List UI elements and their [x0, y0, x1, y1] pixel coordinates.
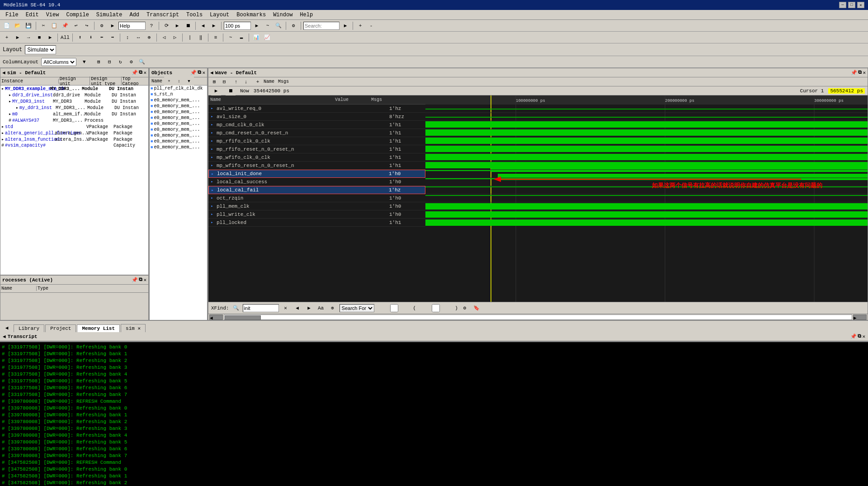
sim-tree-item-6[interactable]: ▸ std VPackage Package: [0, 124, 148, 130]
proc-pin-btn[interactable]: 📌: [132, 277, 138, 283]
menu-help[interactable]: Help: [296, 11, 316, 19]
wave-scroll-left-btn[interactable]: ◀: [209, 314, 223, 320]
obj-item-0[interactable]: ■ pll_ref_clk_clk_dk: [150, 86, 207, 91]
sim-tree-item-3[interactable]: ▸ my_ddr3_inst MY_DDR3_... Module DU Ins…: [0, 105, 148, 111]
waveform-display[interactable]: 100000000 ps 200000000 ps 300000000 ps: [425, 95, 868, 302]
find-checkbox1[interactable]: [376, 304, 412, 312]
wave-run-btn[interactable]: ▶: [211, 86, 221, 95]
obj-close-btn[interactable]: ✕: [202, 70, 205, 76]
menu-window[interactable]: Window: [269, 11, 296, 19]
new-btn[interactable]: 📄: [2, 21, 12, 30]
tab-project[interactable]: Project: [45, 324, 76, 332]
signal-row-14[interactable]: ▸ pll_locked 1'h1: [208, 219, 425, 227]
sim-tree-item-2[interactable]: ▸ MY_DDR3_inst MY_DDR3 Module DU Instan: [0, 98, 148, 105]
proc-float-btn[interactable]: ⧉: [139, 277, 142, 283]
run-btn[interactable]: ▶: [172, 21, 182, 30]
obj-item-1[interactable]: ■ s_rst_n: [150, 91, 207, 97]
menu-view[interactable]: View: [42, 11, 63, 19]
col-btn4[interactable]: ⚙: [126, 57, 136, 67]
expand-btn[interactable]: ≡: [211, 33, 221, 42]
menu-layout[interactable]: Layout: [206, 11, 233, 19]
tb2-btn1[interactable]: ⬆: [75, 33, 85, 42]
obj-item-3[interactable]: ■ e0_memory_mem_...: [150, 103, 207, 109]
sim-float-btn[interactable]: ⧉: [139, 70, 142, 76]
tab-library[interactable]: Library: [14, 324, 44, 332]
search-for-select[interactable]: Search For: [340, 304, 374, 312]
find-icon-btn[interactable]: 🔍: [231, 304, 241, 313]
wave-scroll-right-btn[interactable]: ▶: [853, 314, 867, 320]
obj-item-7[interactable]: ■ e0_memory_mem_...: [150, 127, 207, 133]
step-btn[interactable]: →: [24, 33, 33, 42]
col-layout-go[interactable]: ▼: [79, 57, 89, 67]
col-btn1[interactable]: ⊞: [94, 57, 104, 67]
obj-item-9[interactable]: ■ e0_memory_mem_...: [150, 138, 207, 144]
time-input[interactable]: [224, 22, 251, 30]
help-btn[interactable]: ?: [146, 21, 156, 30]
stop-btn[interactable]: ⏹: [183, 21, 193, 30]
wave-btn[interactable]: ~: [263, 21, 273, 30]
col-btn3[interactable]: ↻: [115, 57, 125, 67]
find-bookmark-btn[interactable]: 🔖: [472, 304, 481, 313]
sim-tree-item-4[interactable]: ▸ m0 alt_mem_if... Module DU Instan: [0, 111, 148, 117]
wave-scroll-track[interactable]: [224, 314, 852, 320]
close-button[interactable]: ✕: [857, 2, 864, 8]
layout-select[interactable]: Simulate: [25, 45, 56, 54]
obj-float-btn[interactable]: ⧉: [198, 70, 201, 76]
zoom-in-btn[interactable]: +: [355, 21, 365, 30]
find-case-btn[interactable]: Aa: [316, 304, 326, 313]
obj-item-2[interactable]: ■ e0_memory_mem_...: [150, 97, 207, 103]
wave-add-btn[interactable]: +: [254, 78, 262, 86]
obj-pin-btn[interactable]: 📌: [190, 70, 197, 76]
bus-btn[interactable]: ▬: [236, 33, 246, 42]
sim-tree-item-8[interactable]: ▸ altera_lnsm_functions altera_Ins... VP…: [0, 136, 148, 143]
menu-compile[interactable]: Compile: [62, 11, 92, 19]
maximize-button[interactable]: □: [848, 2, 855, 8]
menu-add[interactable]: Add: [126, 11, 143, 19]
tb2-btn4[interactable]: ➡: [108, 33, 118, 42]
signal-row-8[interactable]: ▸ local_init_done 1'h0: [208, 170, 425, 178]
obj-item-4[interactable]: ■ e0_memory_mem_...: [150, 109, 207, 115]
signal-row-12[interactable]: ▸ pll_mem_clk 1'h0: [208, 202, 425, 210]
sim-btn2[interactable]: ▶: [13, 33, 23, 42]
find-prev-btn[interactable]: ◀: [292, 304, 302, 313]
obj-filter-btn[interactable]: ▼: [184, 77, 194, 86]
tb2-btn6[interactable]: ↔: [133, 33, 143, 42]
trans-close-btn[interactable]: ✕: [862, 334, 865, 339]
wave-tb1[interactable]: ⊞: [210, 78, 218, 86]
search-input[interactable]: [303, 22, 340, 30]
tab-memory-list[interactable]: Memory List: [77, 324, 120, 332]
menu-edit[interactable]: Edit: [22, 11, 42, 19]
tb2-btnA[interactable]: 📊: [251, 33, 261, 42]
signal-row-7[interactable]: ▸ mp_wfifo_reset_n_0_reset_n 1'h1: [208, 162, 425, 170]
find-checkbox2[interactable]: [418, 304, 454, 312]
find-next-btn[interactable]: ▶: [304, 304, 314, 313]
tb2-btn9[interactable]: ▷: [170, 33, 180, 42]
marker-btn[interactable]: |: [185, 33, 195, 42]
tb2-btn8[interactable]: ◁: [159, 33, 169, 42]
restart-btn[interactable]: ⟳: [161, 21, 171, 30]
sim-close-btn[interactable]: ✕: [143, 70, 146, 76]
tb2-btn7[interactable]: ⊕: [144, 33, 154, 42]
tb2-btn5[interactable]: ↕: [123, 33, 132, 42]
marker2-btn[interactable]: ‖: [196, 33, 206, 42]
menu-bookmarks[interactable]: Bookmarks: [233, 11, 269, 19]
compile-btn[interactable]: ⚙: [97, 21, 107, 30]
search-go-btn[interactable]: ▶: [340, 21, 350, 30]
col-btn2[interactable]: ⊟: [104, 57, 114, 67]
signal-row-10[interactable]: ▸ local_cal_fail 1'hz: [208, 186, 425, 194]
tb2-btnB[interactable]: 📈: [262, 33, 272, 42]
undo-btn[interactable]: ↩: [71, 21, 81, 30]
obj-item-5[interactable]: ■ e0_memory_mem_...: [150, 115, 207, 121]
wave-float-btn[interactable]: ⧉: [858, 70, 862, 76]
signal-row-4[interactable]: ▸ mp_rfifo_clk_0_clk 1'h1: [208, 137, 425, 145]
proc-close-btn[interactable]: ✕: [143, 277, 146, 283]
obj-item-8[interactable]: ■ e0_memory_mem_...: [150, 133, 207, 138]
obj-sort-btn[interactable]: ↕: [174, 77, 184, 86]
tab-sim[interactable]: sim ✕: [121, 324, 146, 332]
wave-stop-btn[interactable]: ⏹: [226, 86, 236, 95]
wave-tb4[interactable]: ↓: [242, 78, 250, 86]
signal-row-5[interactable]: ▸ mp_rfifo_reset_n_0_reset_n 1'h1: [208, 145, 425, 153]
wave-close-btn[interactable]: ✕: [863, 70, 866, 76]
sim-tree-item-0[interactable]: ▸ MY_DDR3_example_sim_tb MY_DDR3_... Mod…: [0, 86, 148, 92]
add-wave-btn[interactable]: +: [2, 33, 12, 42]
